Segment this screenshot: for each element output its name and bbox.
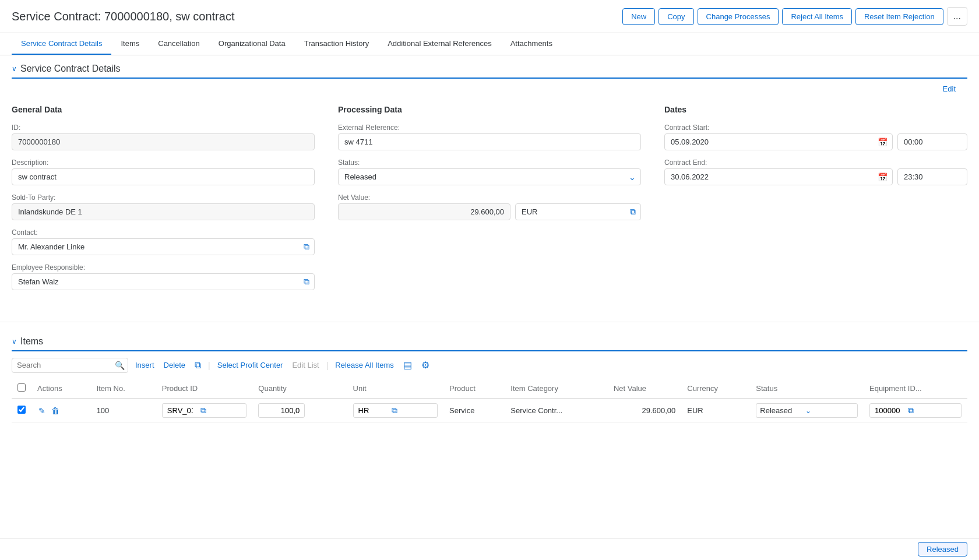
product-id-input[interactable] <box>163 404 198 417</box>
contract-end-date-input[interactable] <box>665 169 873 185</box>
col-product: Product <box>443 379 505 399</box>
dates-title: Dates <box>664 105 967 114</box>
description-label: Description: <box>12 159 315 167</box>
tab-attachments[interactable]: Attachments <box>501 33 562 55</box>
contract-start-date-field: 📅 <box>664 133 893 150</box>
contract-end-wrapper: 📅 ⌄ <box>664 168 967 185</box>
row-item-category: Service Contr... <box>505 399 608 423</box>
contract-start-field: Contract Start: 📅 ⌄ <box>664 124 967 150</box>
status-field: Status: Released ⌄ <box>338 159 641 185</box>
search-input[interactable] <box>17 361 115 369</box>
row-actions-cell: ✎ 🗑 <box>31 399 91 423</box>
employee-responsible-input[interactable] <box>12 274 299 290</box>
select-profit-center-button[interactable]: Select Profit Center <box>215 358 286 372</box>
contact-copy-icon[interactable]: ⧉ <box>299 240 314 254</box>
id-label: ID: <box>12 124 315 132</box>
tab-additional-external-references[interactable]: Additional External References <box>378 33 501 55</box>
row-delete-icon[interactable]: 🗑 <box>50 405 61 417</box>
id-input <box>12 133 315 150</box>
page-content: ∨ Service Contract Details Edit General … <box>0 55 979 423</box>
col-product-id: Product ID <box>156 379 253 399</box>
contact-label: Contact: <box>12 228 315 237</box>
insert-button[interactable]: Insert <box>133 358 157 372</box>
external-reference-input[interactable] <box>338 133 641 150</box>
contract-end-time-input[interactable] <box>898 169 979 185</box>
currency-input[interactable] <box>516 204 625 220</box>
row-item-no: 100 <box>91 399 156 423</box>
status-select-wrapper: Released ⌄ <box>338 168 641 185</box>
description-input[interactable] <box>12 168 315 185</box>
reset-item-rejection-button[interactable]: Reset Item Rejection <box>855 8 943 25</box>
tab-organizational-data[interactable]: Organizational Data <box>209 33 295 55</box>
items-chevron-icon[interactable]: ∨ <box>12 337 17 346</box>
search-icon: 🔍 <box>115 361 125 370</box>
edit-link[interactable]: Edit <box>12 79 967 93</box>
more-button[interactable]: ... <box>947 7 967 26</box>
chevron-down-icon[interactable]: ∨ <box>12 65 17 73</box>
currency-wrapper: ⧉ <box>515 203 641 220</box>
sold-to-party-input <box>12 203 315 220</box>
row-status-dropdown-icon: ⌄ <box>803 406 814 416</box>
toolbar-separator-2: | <box>326 361 329 370</box>
contract-end-calendar-icon[interactable]: 📅 <box>873 170 892 184</box>
change-processes-button[interactable]: Change Processes <box>698 8 779 25</box>
row-status-select[interactable]: Released <box>756 404 803 417</box>
row-product: Service <box>443 399 505 423</box>
row-equipment-id-cell: ⧉ <box>864 399 967 423</box>
delete-button[interactable]: Delete <box>161 358 188 372</box>
header-actions: New Copy Change Processes Reject All Ite… <box>622 7 967 26</box>
contract-end-field: Contract End: 📅 ⌄ <box>664 159 967 185</box>
contract-start-date-input[interactable] <box>665 134 873 150</box>
col-currency: Currency <box>681 379 750 399</box>
currency-copy-icon[interactable]: ⧉ <box>625 205 640 219</box>
col-status: Status <box>750 379 864 399</box>
equipment-id-input[interactable] <box>870 404 905 417</box>
quantity-input[interactable] <box>258 403 305 418</box>
tab-service-contract-details[interactable]: Service Contract Details <box>12 33 111 55</box>
tab-transaction-history[interactable]: Transaction History <box>295 33 379 55</box>
table-body: ✎ 🗑 100 ⧉ <box>12 399 967 423</box>
contract-start-wrapper: 📅 ⌄ <box>664 133 967 150</box>
contract-end-time-field: ⌄ <box>897 168 967 185</box>
contact-input[interactable] <box>12 239 299 255</box>
net-value-field: Net Value: ⧉ <box>338 193 641 220</box>
table-settings-icon[interactable]: ⚙ <box>419 357 432 373</box>
row-unit-cell: ⧉ <box>347 399 444 423</box>
status-select[interactable]: Released <box>339 169 624 185</box>
tab-cancellation[interactable]: Cancellation <box>149 33 209 55</box>
contract-start-time-input[interactable] <box>898 134 979 150</box>
col-net-value: Net Value <box>608 379 681 399</box>
row-checkbox[interactable] <box>17 406 26 414</box>
row-edit-icon[interactable]: ✎ <box>37 405 47 417</box>
copy-row-icon[interactable]: ⧉ <box>192 358 203 373</box>
tab-items[interactable]: Items <box>111 33 149 55</box>
equipment-id-copy-icon[interactable]: ⧉ <box>905 404 917 417</box>
new-button[interactable]: New <box>622 8 655 25</box>
page-title: Service Contract: 7000000180, sw contrac… <box>12 10 234 23</box>
form-grid: General Data ID: Description: Sold-To Pa… <box>12 93 967 310</box>
reject-all-items-button[interactable]: Reject All Items <box>782 8 852 25</box>
copy-button[interactable]: Copy <box>658 8 693 25</box>
employee-responsible-label: Employee Responsible: <box>12 263 315 272</box>
employee-responsible-copy-icon[interactable]: ⧉ <box>299 274 314 289</box>
bar-chart-icon[interactable]: ▤ <box>401 357 414 373</box>
select-all-checkbox[interactable] <box>17 383 26 392</box>
unit-copy-icon[interactable]: ⧉ <box>389 404 400 417</box>
net-value-input <box>338 203 510 220</box>
status-dropdown-arrow-icon: ⌄ <box>624 170 640 184</box>
service-contract-details-section: ∨ Service Contract Details Edit General … <box>0 55 979 322</box>
items-table: Actions Item No. Product ID Quantity Uni… <box>12 379 967 423</box>
contract-end-date-field: 📅 <box>664 168 893 185</box>
contact-input-wrapper: ⧉ <box>12 238 315 255</box>
edit-list-button[interactable]: Edit List <box>290 358 321 372</box>
contract-start-calendar-icon[interactable]: 📅 <box>873 135 892 149</box>
unit-input[interactable] <box>354 404 389 417</box>
row-net-value: 29.600,00 <box>608 399 681 423</box>
dates-column: Dates Contract Start: 📅 ⌄ <box>664 105 967 298</box>
contact-field: Contact: ⧉ <box>12 228 315 255</box>
product-id-copy-icon[interactable]: ⧉ <box>198 404 209 417</box>
product-id-wrapper: ⧉ <box>162 403 247 418</box>
release-all-items-button[interactable]: Release All Items <box>333 358 396 372</box>
general-data-title: General Data <box>12 105 315 114</box>
employee-responsible-input-wrapper: ⧉ <box>12 273 315 290</box>
